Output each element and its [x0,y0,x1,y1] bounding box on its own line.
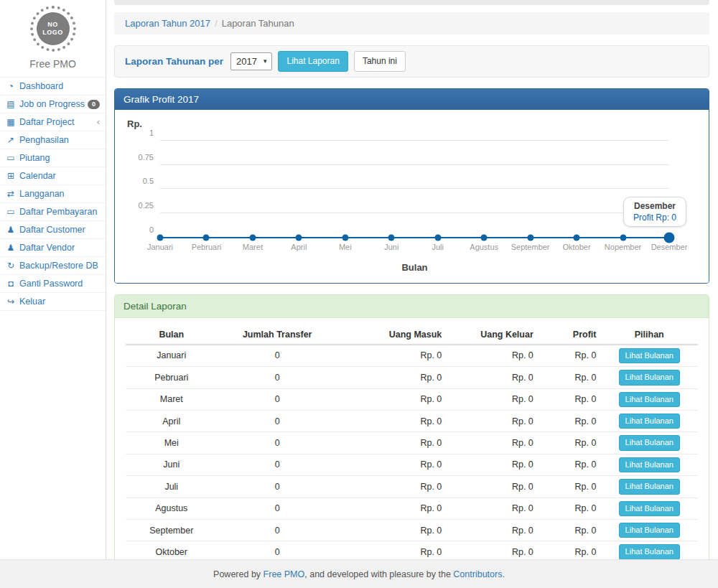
cell-masuk: Rp. 0 [337,476,446,498]
count-badge: 0 [88,100,100,109]
sidebar-item-label: Job on Progress [19,98,85,110]
profit-chart-panel: Grafik Profit 2017 Rp. Desember Profit R… [114,88,709,284]
y-tick-label: 0.5 [143,177,154,185]
sidebar-item-label: Daftar Project [19,116,94,128]
data-point-pebruari[interactable] [203,234,210,241]
lihat-bulanan-button[interactable]: Lihat Bulanan [619,435,680,450]
tooltip-month: Desember [633,201,676,211]
data-point-januari[interactable] [157,234,164,241]
column-header-pilihan: Pilihan [600,325,698,345]
data-point-desember[interactable] [664,232,675,243]
lihat-bulanan-button[interactable]: Lihat Bulanan [619,523,680,538]
cell-pilihan: Lihat Bulanan [600,476,698,498]
lihat-bulanan-button[interactable]: Lihat Bulanan [619,457,680,472]
data-point-nopember[interactable] [620,234,626,241]
cell-masuk: Rp. 0 [337,519,446,541]
cell-bulan: Juli [126,476,218,498]
cell-pilihan: Lihat Bulanan [600,519,698,541]
data-point-agustus[interactable] [481,234,488,241]
column-header-uang-masuk: Uang Masuk [337,325,446,345]
cell-keluar: Rp. 0 [446,367,538,388]
cell-keluar: Rp. 0 [446,454,538,475]
sidebar-item-daftar-pembayaran[interactable]: ▭Daftar Pembayaran [0,202,106,220]
lihat-bulanan-button[interactable]: Lihat Bulanan [619,414,680,429]
cell-profit: Rp. 0 [538,454,601,475]
column-header-jumlah-transfer: Jumlah Transfer [218,325,337,345]
sidebar-item-daftar-vendor[interactable]: ♟Daftar Vendor [0,238,106,256]
sidebar-item-penghasilan[interactable]: ↗Penghasilan [0,131,106,149]
tahun-ini-button[interactable]: Tahun ini [354,51,406,72]
breadcrumb-current: Laporan Tahunan [222,18,294,29]
breadcrumb-link[interactable]: Laporan Tahun 2017 [125,18,210,29]
lihat-laporan-button[interactable]: Lihat Laporan [278,51,348,72]
column-header-bulan: Bulan [126,325,218,345]
sidebar-item-calendar[interactable]: ⊞Calendar [0,167,106,185]
lihat-bulanan-button[interactable]: Lihat Bulanan [619,544,680,559]
x-tick-label: Desember [651,243,688,251]
cell-transfer: 0 [218,498,337,519]
data-point-september[interactable] [527,234,533,241]
data-point-juni[interactable] [388,234,395,241]
cell-masuk: Rp. 0 [337,432,446,454]
logo-area: NO LOGO [0,0,106,52]
contributors-link[interactable]: Contributors. [453,569,505,579]
table-icon: ▦ [5,116,17,128]
chart-panel-title: Grafik Profit 2017 [115,89,709,110]
caret-down-icon: ▾ [264,57,267,65]
x-tick-label: Juni [384,243,398,251]
lihat-bulanan-button[interactable]: Lihat Bulanan [619,501,680,516]
year-select[interactable]: 2017 ▾ [230,52,272,70]
table-row-september: September0Rp. 0Rp. 0Rp. 0Lihat Bulanan [126,519,698,541]
sidebar-item-ganti-password[interactable]: ◘Ganti Password [0,274,106,292]
data-point-juli[interactable] [434,234,441,241]
cell-bulan: Pebruari [126,367,218,388]
lihat-bulanan-button[interactable]: Lihat Bulanan [619,479,680,494]
sidebar-menu: ◔Dashboard▤Job on Progress0▦Daftar Proje… [0,77,106,311]
cell-profit: Rp. 0 [538,519,601,541]
sidebar-item-daftar-customer[interactable]: ♟Daftar Customer [0,220,106,238]
cell-bulan: April [126,410,218,431]
x-tick-label: Nopember [605,243,641,251]
sidebar-item-label: Langganan [19,188,100,200]
sidebar-item-job-on-progress[interactable]: ▤Job on Progress0 [0,95,106,113]
report-filter-bar: Laporan Tahunan per 2017 ▾ Lihat Laporan… [114,45,709,78]
sidebar-item-daftar-project[interactable]: ▦Daftar Project‹ [0,113,106,131]
lihat-bulanan-button[interactable]: Lihat Bulanan [619,392,680,407]
table-row-juli: Juli0Rp. 0Rp. 0Rp. 0Lihat Bulanan [126,476,698,498]
sidebar-item-label: Keluar [19,296,100,307]
top-strip [114,0,709,5]
main-content: Laporan Tahun 2017/Laporan Tahunan Lapor… [106,0,718,559]
chart-tooltip: Desember Profit Rp: 0 [623,197,686,227]
refresh-icon: ↻ [5,260,17,271]
brand-name: Free PMO [0,58,106,70]
breadcrumb: Laporan Tahun 2017/Laporan Tahunan [114,12,709,34]
sidebar-item-langganan[interactable]: ⇄Langganan [0,185,106,202]
cell-keluar: Rp. 0 [446,541,538,559]
sidebar-item-label: Daftar Customer [19,224,100,235]
data-point-april[interactable] [296,234,302,241]
y-tick-label: 0.25 [139,202,154,210]
cell-transfer: 0 [218,519,337,541]
table-header-row: BulanJumlah TransferUang MasukUang Kelua… [126,325,698,345]
lihat-bulanan-button[interactable]: Lihat Bulanan [619,348,680,363]
sidebar-item-piutang[interactable]: ▭Piutang [0,149,106,167]
y-axis-label: Rp. [127,118,698,129]
sidebar: NO LOGO Free PMO ◔Dashboard▤Job on Progr… [0,0,106,559]
line-chart-icon: ↗ [5,134,17,146]
cell-masuk: Rp. 0 [337,345,446,367]
sidebar-item-backup-restore-db[interactable]: ↻Backup/Restore DB [0,256,106,274]
sidebar-item-dashboard[interactable]: ◔Dashboard [0,77,106,95]
free-pmo-link[interactable]: Free PMO [264,569,305,579]
cell-transfer: 0 [218,410,337,431]
sidebar-item-label: Piutang [19,152,100,164]
cell-bulan: Januari [126,345,218,367]
data-point-maret[interactable] [249,234,256,241]
data-point-oktober[interactable] [574,234,580,241]
cell-masuk: Rp. 0 [337,541,446,559]
lihat-bulanan-button[interactable]: Lihat Bulanan [619,370,680,385]
sidebar-item-keluar[interactable]: ↪Keluar [0,292,106,311]
data-point-mei[interactable] [342,234,348,241]
cell-bulan: September [126,519,218,541]
footer-text: Powered by Free PMO, and developed with … [213,569,505,579]
cell-profit: Rp. 0 [538,410,601,431]
